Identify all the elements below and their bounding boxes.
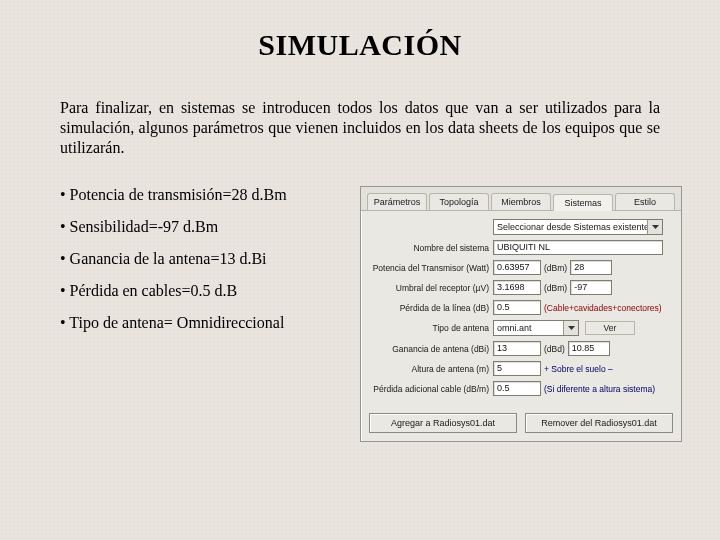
systems-form: Seleccionar desde Sistemas existentes No… bbox=[361, 211, 681, 407]
line-loss-label: Pérdida de la línea (dB) bbox=[369, 303, 493, 313]
bullet-list: • Potencia de transmisión=28 d.Bm • Sens… bbox=[60, 186, 360, 346]
tab-bar: Parámetros Topología Miembros Sistemas E… bbox=[361, 187, 681, 211]
rx-dbm-input[interactable]: -97 bbox=[570, 280, 612, 295]
tx-dbm-input[interactable]: 28 bbox=[570, 260, 612, 275]
cable-note: (Cable+cavidades+conectores) bbox=[541, 303, 665, 313]
add-loss-note: (Si diferente a altura sistema) bbox=[541, 384, 658, 394]
tx-power-input[interactable]: 0.63957 bbox=[493, 260, 541, 275]
intro-paragraph: Para finalizar, en sistemas se introduce… bbox=[60, 98, 660, 158]
antenna-height-label: Altura de antena (m) bbox=[369, 364, 493, 374]
tab-topologia[interactable]: Topología bbox=[429, 193, 489, 210]
add-button[interactable]: Agregar a Radiosys01.dat bbox=[369, 413, 517, 433]
height-note: + Sobre el suelo – bbox=[541, 364, 616, 374]
list-item: • Pérdida en cables=0.5 d.B bbox=[60, 282, 360, 300]
list-item: • Sensibilidad=-97 d.Bm bbox=[60, 218, 360, 236]
name-input[interactable]: UBIQUITI NL bbox=[493, 240, 663, 255]
antenna-type-select[interactable]: omni.ant bbox=[493, 320, 579, 336]
name-label: Nombre del sistema bbox=[369, 243, 493, 253]
svg-marker-1 bbox=[568, 326, 575, 330]
list-item: • Tipo de antena= Omnidireccional bbox=[60, 314, 360, 332]
system-select[interactable]: Seleccionar desde Sistemas existentes bbox=[493, 219, 663, 235]
line-loss-input[interactable]: 0.5 bbox=[493, 300, 541, 315]
tab-miembros[interactable]: Miembros bbox=[491, 193, 551, 210]
antenna-type-value: omni.ant bbox=[494, 323, 563, 333]
tab-estilo[interactable]: Estilo bbox=[615, 193, 675, 210]
tx-unit-label: (dBm) bbox=[541, 263, 570, 273]
list-item: • Ganancia de la antena=13 d.Bi bbox=[60, 250, 360, 268]
system-select-value: Seleccionar desde Sistemas existentes bbox=[494, 222, 647, 232]
list-item: • Potencia de transmisión=28 d.Bm bbox=[60, 186, 360, 204]
antenna-height-input[interactable]: 5 bbox=[493, 361, 541, 376]
chevron-down-icon bbox=[647, 220, 662, 234]
rx-unit-label: (dBm) bbox=[541, 283, 570, 293]
rx-threshold-input[interactable]: 3.1698 bbox=[493, 280, 541, 295]
antenna-view-button[interactable]: Ver bbox=[585, 321, 635, 335]
chevron-down-icon bbox=[563, 321, 578, 335]
systems-dialog: Parámetros Topología Miembros Sistemas E… bbox=[360, 186, 682, 442]
rx-threshold-label: Umbral del receptor (µV) bbox=[369, 283, 493, 293]
gain-dbd-input[interactable]: 10.85 bbox=[568, 341, 610, 356]
antenna-gain-label: Ganancia de antena (dBi) bbox=[369, 344, 493, 354]
tab-parametros[interactable]: Parámetros bbox=[367, 193, 427, 210]
svg-marker-0 bbox=[652, 225, 659, 229]
add-loss-input[interactable]: 0.5 bbox=[493, 381, 541, 396]
system-select-label bbox=[369, 222, 493, 232]
antenna-gain-input[interactable]: 13 bbox=[493, 341, 541, 356]
gain-unit-label: (dBd) bbox=[541, 344, 568, 354]
add-loss-label: Pérdida adicional cable (dB/m) bbox=[369, 384, 493, 394]
remove-button[interactable]: Remover del Radiosys01.dat bbox=[525, 413, 673, 433]
tab-sistemas[interactable]: Sistemas bbox=[553, 194, 613, 211]
page-title: SIMULACIÓN bbox=[0, 28, 720, 62]
tx-power-label: Potencia del Transmisor (Watt) bbox=[369, 263, 493, 273]
antenna-type-label: Tipo de antena bbox=[369, 323, 493, 333]
